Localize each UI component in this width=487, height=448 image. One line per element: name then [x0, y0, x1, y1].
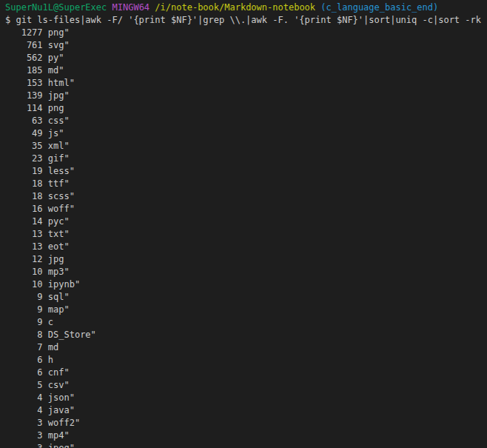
- terminal[interactable]: SuperNu1L@SuperExec MINGW64 /i/note-book…: [0, 0, 487, 448]
- output-line: 4 java": [5, 404, 487, 417]
- output-line: 35 xml": [5, 140, 487, 153]
- output-line: 8 DS_Store": [5, 329, 487, 341]
- output-line: 16 woff": [5, 203, 487, 215]
- output-line: 3 woff2": [5, 417, 487, 429]
- output-line: 139 jpg": [5, 90, 487, 102]
- output-line: 9 c: [5, 316, 487, 329]
- prompt-path: /i/note-book/Markdown-notebook: [155, 2, 315, 13]
- output-line: 1277 png": [5, 27, 487, 39]
- output-line: 12 jpg: [5, 253, 487, 266]
- output-line: 9 sql": [5, 291, 487, 304]
- output-line: 18 scss": [5, 190, 487, 203]
- output-lines: 1277 png" 761 svg" 562 py" 185 md" 153 h…: [5, 27, 487, 448]
- output-line: 153 html": [5, 77, 487, 90]
- output-line: 761 svg": [5, 39, 487, 52]
- prompt-line: SuperNu1L@SuperExec MINGW64 /i/note-book…: [5, 1, 487, 14]
- output-line: 10 mp3": [5, 266, 487, 278]
- output-line: 3 jpeg": [5, 442, 487, 448]
- output-line: 3 mp4": [5, 429, 487, 442]
- output-line: 6 h: [5, 354, 487, 367]
- output-line: 49 js": [5, 127, 487, 140]
- output-line: 23 gif": [5, 153, 487, 165]
- output-line: 19 less": [5, 165, 487, 178]
- output-line: 9 map": [5, 304, 487, 316]
- output-line: 5 csv": [5, 379, 487, 392]
- prompt-user-host: SuperNu1L@SuperExec: [5, 2, 107, 13]
- command-line: $ git ls-files|awk -F/ '{print $NF}'|gre…: [5, 14, 487, 27]
- output-line: 63 css": [5, 115, 487, 127]
- prompt-git-branch: (c_language_basic_end): [320, 2, 438, 13]
- output-line: 10 ipynb": [5, 278, 487, 291]
- output-line: 7 md: [5, 341, 487, 354]
- output-line: 14 pyc": [5, 215, 487, 228]
- output-line: 18 ttf": [5, 178, 487, 190]
- output-line: 6 cnf": [5, 367, 487, 379]
- output-line: 185 md": [5, 64, 487, 77]
- output-line: 4 json": [5, 392, 487, 404]
- output-line: 13 eot": [5, 241, 487, 253]
- output-line: 13 txt": [5, 228, 487, 241]
- prompt-msystem: MINGW64: [112, 2, 150, 13]
- output-line: 114 png: [5, 102, 487, 115]
- output-line: 562 py": [5, 52, 487, 64]
